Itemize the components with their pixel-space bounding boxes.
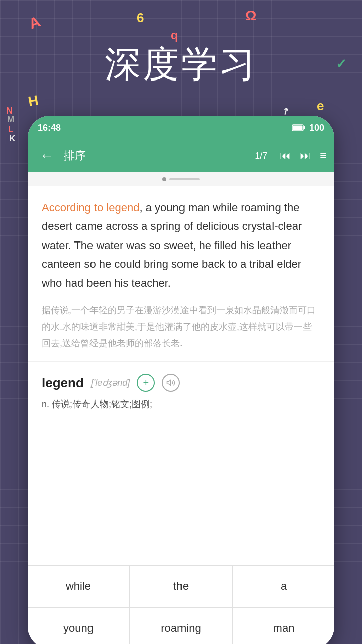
- float-A: A: [27, 13, 43, 32]
- option-man[interactable]: man: [233, 608, 334, 644]
- add-word-button[interactable]: +: [137, 374, 155, 392]
- page-title: 深度学习: [0, 40, 362, 89]
- highlight-text: According to legend: [42, 201, 139, 214]
- float-K: K: [9, 134, 15, 144]
- chinese-text: 据传说,一个年轻的男子在漫游沙漠途中看到一泉如水晶般清澈而可口的水.水的味道非常…: [42, 302, 320, 351]
- phone-frame: 16:48 100 ← 排序 1/7 ⏮ ⏭ ≡ Acc: [28, 116, 334, 644]
- float-omega: Ω: [245, 8, 256, 24]
- battery-icon: [292, 124, 305, 131]
- english-text: According to legend, a young man while r…: [42, 198, 320, 292]
- sound-button[interactable]: [162, 374, 180, 392]
- word-section: legend ['leʤənd] + n. 传说;传奇人物;铭文;图例;: [28, 361, 334, 420]
- status-bar: 16:48 100: [28, 116, 334, 140]
- svg-rect-2: [303, 126, 305, 129]
- menu-button[interactable]: ≡: [320, 149, 326, 163]
- float-e: e: [317, 98, 324, 114]
- option-the[interactable]: the: [130, 566, 232, 607]
- prev-button[interactable]: ⏮: [280, 149, 291, 163]
- word-main: legend: [42, 375, 84, 391]
- nav-title: 排序: [64, 148, 249, 164]
- option-roaming[interactable]: roaming: [130, 608, 232, 644]
- next-button[interactable]: ⏭: [300, 149, 311, 163]
- nav-bar: ← 排序 1/7 ⏮ ⏭ ≡: [28, 140, 334, 172]
- nav-icons: ⏮ ⏭ ≡: [280, 149, 326, 163]
- battery-level: 100: [309, 123, 324, 133]
- option-a[interactable]: a: [233, 566, 334, 607]
- status-time: 16:48: [38, 123, 61, 133]
- dot-1: [162, 177, 166, 181]
- float-6: 6: [137, 10, 144, 26]
- float-M: M: [7, 115, 14, 125]
- dot-indicator: [28, 172, 334, 186]
- options-grid: while the a young roaming man: [28, 565, 334, 644]
- float-L: L: [8, 125, 13, 135]
- english-rest: , a young man while roaming the desert c…: [42, 201, 302, 289]
- option-young[interactable]: young: [28, 608, 129, 644]
- back-button[interactable]: ←: [36, 146, 58, 166]
- option-while[interactable]: while: [28, 566, 129, 607]
- word-header: legend ['leʤənd] +: [42, 374, 320, 392]
- svg-rect-1: [293, 126, 302, 130]
- word-definition: n. 传说;传奇人物;铭文;图例;: [42, 397, 320, 412]
- svg-marker-3: [167, 380, 171, 386]
- float-H: H: [27, 92, 39, 110]
- nav-pagination: 1/7: [255, 151, 267, 162]
- content-area: According to legend, a young man while r…: [28, 186, 334, 361]
- word-phonetic: ['leʤənd]: [91, 377, 130, 388]
- dot-line: [169, 178, 200, 180]
- status-right: 100: [292, 123, 324, 133]
